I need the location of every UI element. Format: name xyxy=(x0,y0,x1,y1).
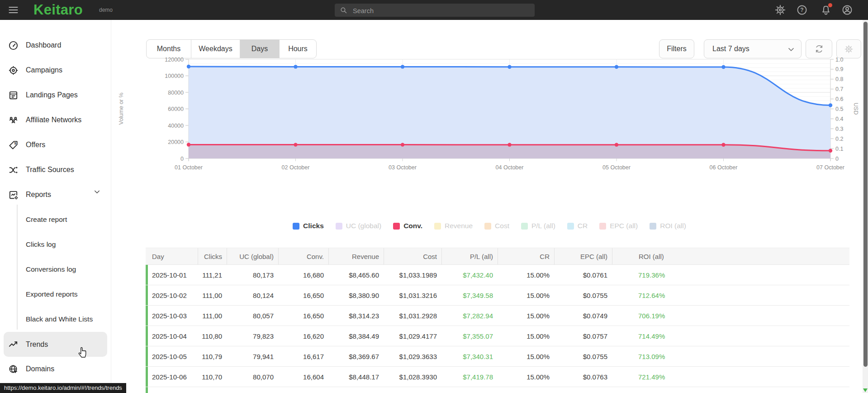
legend-item-cost[interactable]: Cost xyxy=(484,222,509,230)
column-header-day[interactable]: Day xyxy=(146,248,198,264)
sidebar-subitem-clicks-log[interactable]: Clicks log xyxy=(0,232,111,257)
table-cell: 714.49% xyxy=(612,326,849,346)
legend-swatch xyxy=(567,223,574,230)
legend-item-conv[interactable]: Conv. xyxy=(393,222,422,230)
svg-text:06 October: 06 October xyxy=(710,164,738,171)
legend-label: P/L (all) xyxy=(531,222,555,230)
column-header-roi-all[interactable]: ROI (all) xyxy=(612,248,849,264)
settings-icon[interactable] xyxy=(775,5,786,15)
sidebar-item-traffic-sources[interactable]: Traffic Sources xyxy=(0,158,111,182)
sidebar-item-reports[interactable]: Reports xyxy=(0,182,111,207)
landing-pages-icon xyxy=(8,90,19,101)
legend-item-revenue[interactable]: Revenue xyxy=(434,222,473,230)
sidebar-item-campaigns[interactable]: Campaigns xyxy=(0,58,111,83)
table-cell: 721.49% xyxy=(612,367,849,387)
table-cell: $1,031.3216 xyxy=(384,285,441,305)
table-cell: 79,941 xyxy=(227,346,278,366)
sidebar-subitem-black-and-white-lists[interactable]: Black and White Lists xyxy=(0,307,111,332)
sidebar-item-offers[interactable]: $Offers xyxy=(0,133,111,158)
table-cell: 16,680 xyxy=(278,265,328,285)
brand-logo[interactable]: Keitaro xyxy=(33,2,83,18)
trends-chart: 02000040000600008000010000012000000.10.2… xyxy=(111,53,868,172)
legend-item-uc-global[interactable]: UC (global) xyxy=(336,222,381,230)
search-icon xyxy=(340,6,347,14)
table-cell: 713.09% xyxy=(612,346,849,366)
notifications-icon[interactable] xyxy=(821,5,831,15)
legend-label: Conv. xyxy=(403,222,422,230)
affiliate-networks-icon xyxy=(8,115,19,125)
sidebar-subitem-label: Conversions log xyxy=(26,265,76,273)
svg-text:USD: USD xyxy=(853,103,859,115)
svg-text:0.4: 0.4 xyxy=(835,116,843,122)
column-header-epc-all[interactable]: EPC (all) xyxy=(554,248,612,264)
sidebar-subitem-exported-reports[interactable]: Exported reports xyxy=(0,282,111,307)
gear-icon xyxy=(844,45,853,53)
legend-item-p-l-all[interactable]: P/L (all) xyxy=(521,222,555,230)
sidebar-item-landings-pages[interactable]: Landings Pages xyxy=(0,83,111,108)
table-cell: $8,448.17 xyxy=(328,367,384,387)
column-header-cost[interactable]: Cost xyxy=(384,248,441,264)
column-header-cr[interactable]: CR xyxy=(498,248,554,264)
table-cell: $0.0749 xyxy=(554,306,612,326)
table-cell: $8,380.90 xyxy=(328,285,384,305)
legend-item-clicks[interactable]: Clicks xyxy=(293,222,324,230)
svg-text:01 October: 01 October xyxy=(175,164,203,171)
legend-label: EPC (all) xyxy=(610,222,638,230)
svg-text:04 October: 04 October xyxy=(496,164,524,171)
help-icon[interactable]: ? xyxy=(797,5,807,15)
legend-item-cr[interactable]: CR xyxy=(567,222,588,230)
legend-item-roi-all[interactable]: ROI (all) xyxy=(650,222,686,230)
sidebar-item-trends[interactable]: Trends xyxy=(4,332,107,357)
legend-label: Cost xyxy=(495,222,509,230)
row-accent-bar xyxy=(146,265,148,285)
svg-text:0: 0 xyxy=(835,156,839,162)
legend-item-epc-all[interactable]: EPC (all) xyxy=(599,222,638,230)
svg-text:0.7: 0.7 xyxy=(835,86,843,92)
table-cell: $7,355.07 xyxy=(441,326,498,346)
table-cell: $0.0761 xyxy=(554,265,612,285)
table-cell: 16,650 xyxy=(278,306,328,326)
table-cell: $7,340.31 xyxy=(441,346,498,366)
svg-text:Volume or %: Volume or % xyxy=(118,93,124,125)
table-cell: 64,40 xyxy=(198,387,227,393)
table-cell: 719.36% xyxy=(612,265,849,285)
svg-text:80000: 80000 xyxy=(168,90,184,96)
table-row: 2025-10-04110,8079,82316,620$8,384.49$1,… xyxy=(146,326,849,346)
table-cell: $1,029.3633 xyxy=(384,346,441,366)
table-cell: $1,031.2928 xyxy=(384,306,441,326)
table-header-row: DayClicksUC (global)Conv.RevenueCostP/L … xyxy=(146,248,849,265)
account-icon[interactable] xyxy=(842,5,853,15)
table-row: 2025-10-03111,0080,05716,650$8,314.23$1,… xyxy=(146,306,849,326)
column-header-clicks[interactable]: Clicks xyxy=(198,248,227,264)
svg-text:1.0: 1.0 xyxy=(835,57,843,63)
legend-swatch xyxy=(521,223,528,230)
sidebar-item-label: Landings Pages xyxy=(26,91,78,99)
svg-text:$: $ xyxy=(14,141,16,145)
table-cell: $0.0757 xyxy=(554,326,612,346)
filters-button-label: Filters xyxy=(667,45,687,53)
refresh-icon xyxy=(815,44,824,53)
table-cell: $597.0890 xyxy=(384,387,441,393)
table-cell: 15.00% xyxy=(498,326,554,346)
table-cell: 15.00% xyxy=(498,285,554,305)
column-header-revenue[interactable]: Revenue xyxy=(328,248,384,264)
legend-label: Revenue xyxy=(445,222,473,230)
column-header-conv[interactable]: Conv. xyxy=(278,248,328,264)
sidebar-item-affiliate-networks[interactable]: Affiliate Networks xyxy=(0,108,111,133)
sidebar-subitem-conversions-log[interactable]: Conversions log xyxy=(0,257,111,282)
page-scrollbar-track[interactable] xyxy=(863,20,868,393)
menu-icon[interactable] xyxy=(8,5,19,15)
svg-text:20000: 20000 xyxy=(168,139,184,145)
column-header-uc-global[interactable]: UC (global) xyxy=(227,248,278,264)
dashboard-icon xyxy=(8,40,19,51)
page-scrollbar-thumb[interactable] xyxy=(863,22,868,367)
sidebar-subitem-create-report[interactable]: Create report xyxy=(0,207,111,232)
table-cell: 15.00% xyxy=(498,265,554,285)
row-accent-bar xyxy=(146,346,148,366)
row-accent-bar xyxy=(146,306,148,326)
column-header-p-l-all[interactable]: P/L (all) xyxy=(441,248,498,264)
table-cell: 16,620 xyxy=(278,326,328,346)
sidebar-item-dashboard[interactable]: Dashboard xyxy=(0,33,111,58)
search-input[interactable] xyxy=(352,4,530,18)
sidebar-item-domains[interactable]: Domains xyxy=(0,357,111,382)
